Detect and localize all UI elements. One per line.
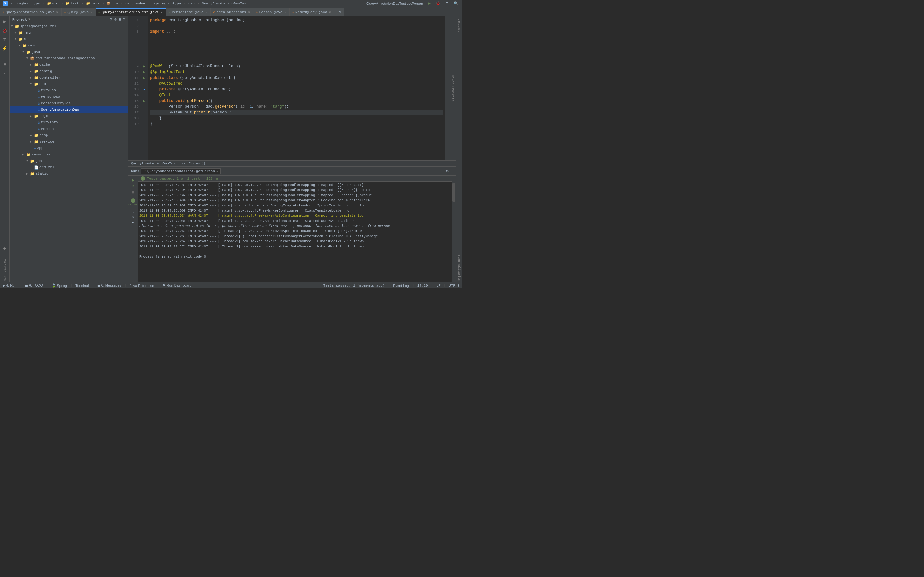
gutter-15[interactable]: ▶ [141,98,148,104]
code-editor[interactable]: package com.tangbaobao.springbootjpa.dao… [148,16,445,160]
code-line-12: @Autowired [150,81,443,87]
hierarchy-icon-btn[interactable]: ⋮ [1,69,9,77]
tree-item-springbootjpa-xml[interactable]: ▼📁springbootjpa.xml [10,23,128,29]
debug-button[interactable]: 🐞 [435,1,441,6]
tree-item-config[interactable]: ▶📁config [10,68,128,74]
maven-panel[interactable]: Maven Projects [449,16,456,160]
close-panel-btn[interactable]: ✕ [123,17,126,21]
test-pass-badge: ✓ [131,198,136,203]
debug-icon-btn[interactable]: 🐞 [1,26,9,35]
tree-item-orm-xml[interactable]: 📄orm.xml [10,164,128,171]
bean-label[interactable]: Bean Validation [456,253,462,282]
tree-item-cityinfo[interactable]: ☕CityInfo [10,119,128,126]
tab-close-btn-3[interactable]: ✕ [160,11,163,14]
tree-item-service[interactable]: ▶📁service [10,139,128,145]
todo-btn[interactable]: ☰ 6: TODO [23,284,44,287]
console-minimize-btn[interactable]: – [451,169,453,173]
breadcrumb-class-name: QueryAnnotationDaoTest [131,161,178,165]
scroll-to-end-btn[interactable]: ⤓ [131,210,136,214]
tree-item-citydao[interactable]: ☕CityDao [10,87,128,93]
tab-more[interactable]: +3 [334,8,344,16]
tree-item--mvn[interactable]: ▶📁.mvn [10,29,128,36]
run-icon-btn[interactable]: ▶ [1,17,9,26]
profile-icon-btn[interactable]: ⚡ [1,44,9,53]
tree-icon: 📁 [34,133,39,137]
gutter-10[interactable]: ▶ [141,69,148,75]
tree-item-java[interactable]: ▼📁java [10,49,128,55]
tab-close-btn-4[interactable]: ✕ [205,10,208,14]
run-config-selector[interactable]: QueryAnnotationDaoTest.getPerson [365,1,424,6]
gutter-13[interactable]: ● [141,87,148,92]
console-settings-btn[interactable]: ⚙ [445,169,449,173]
java-enterprise-btn[interactable]: Java Enterprise [128,284,155,287]
tree-item-queryannotationdao[interactable]: ☕QueryAnnotationDao [10,106,128,113]
console-line: 2018-11-03 23:07:36.934 WARN 42407 --- [… [139,213,451,218]
favorites-icon-btn[interactable]: ★ [1,245,9,253]
tab-vmoptions[interactable]: ⚙ idea.vmoptions ✕ [211,8,254,16]
tab-person-test[interactable]: ☕ PersonTest.java ✕ [166,8,210,16]
tree-item-src[interactable]: ▼📁src [10,36,128,42]
wrap-btn[interactable]: ↵ [131,220,136,225]
breadcrumb-tangbaobao: tangbaobao [125,2,146,5]
run-button[interactable]: ▶ [427,1,432,6]
tab-close-btn-2[interactable]: ✕ [90,10,93,14]
tab-close-btn-7[interactable]: ✕ [328,10,331,14]
tree-item-persondao[interactable]: ☕PersonDao [10,93,128,100]
gear-btn[interactable]: ⚙ [114,17,117,21]
messages-btn[interactable]: ☰ 0: Messages [96,284,123,287]
settings-button[interactable]: ⚙ [444,1,450,6]
gutter-11[interactable]: ▶ [141,75,148,81]
tree-item-app[interactable]: ☕App [10,145,128,151]
terminal-btn[interactable]: Terminal [74,284,90,287]
spring-btn[interactable]: 🍃 Spring [50,284,68,287]
tree-item-main[interactable]: ▼📁main [10,42,128,49]
run-stop-btn[interactable]: ■ [131,189,136,195]
run-tab-close[interactable]: ✕ [216,169,218,173]
run-dashboard-btn[interactable]: ⚑ Run Dashboard [161,284,192,287]
tree-item-cache[interactable]: ▶📁cache [10,61,128,68]
tree-label: main [28,44,36,47]
line-num-16: 16 [128,104,139,110]
tab-close-btn-6[interactable]: ✕ [284,10,286,14]
filter-btn[interactable]: ▽ [131,215,136,219]
tree-icon: 📄 [34,165,39,169]
run-status-btn[interactable]: ▶ 4: Run [1,284,18,287]
run-tab[interactable]: ● QueryAnnotationDaoTest.getPerson ✕ [141,168,221,174]
tree-item-controller[interactable]: ▶📁controller [10,74,128,81]
tab-query-annotation-dao-test[interactable]: ☕ QueryAnnotationDaoTest.java ✕ [96,8,166,16]
editor-scrollbar[interactable] [445,16,449,160]
tree-item-com-tangbaobao-springbootjpa[interactable]: ▼📦com.tangbaobao.springbootjpa [10,55,128,61]
database-label[interactable]: Database [456,17,462,34]
gutter-9[interactable]: ▶ [141,63,148,69]
run-rerun-btn[interactable]: ⟳ [131,184,135,189]
structure-icon-btn[interactable]: ≡ [1,60,9,69]
tree-item-person[interactable]: ☕Person [10,126,128,132]
tree-arrow: ▼ [30,82,34,85]
console-line: 2018-11-03 23:07:36.197 INFO 42407 --- [… [139,193,451,198]
tab-label: QueryAnnotationDao.java [6,10,55,14]
tree-icon: ☕ [38,95,40,99]
coverage-icon-btn[interactable]: ☂ [1,35,9,44]
tree-item-pojo[interactable]: ▶📁pojo [10,113,128,119]
tab-close-btn[interactable]: ✕ [56,10,59,14]
sync-btn[interactable]: ⟳ [110,17,113,21]
search-button[interactable]: 🔍 [452,1,459,6]
spring-icon: 🍃 [51,284,56,287]
tab-named-query[interactable]: ☕ NamedQuery.java ✕ [290,8,334,16]
console-scrollbar[interactable] [452,176,456,282]
event-log-btn[interactable]: Event Log [392,284,410,287]
console-line: 2018-11-03 23:07:37.262 INFO 42407 --- [… [139,229,451,234]
tree-item-jpa[interactable]: ▼📁jpa [10,158,128,164]
tab-query-annotation-dao[interactable]: ☕ QueryAnnotationDao.java ✕ [0,8,61,16]
expand-btn[interactable]: ⊞ [118,17,121,21]
tree-item-personqueryids[interactable]: ☕PersonQueryIds [10,100,128,106]
tree-item-dao[interactable]: ▼📁dao [10,81,128,87]
tab-close-btn-5[interactable]: ✕ [247,10,250,14]
tree-item-resp[interactable]: ▶📁resp [10,132,128,139]
breadcrumb-java: 📁 java [86,2,99,5]
tree-item-static[interactable]: ▶📁static [10,171,128,177]
tree-item-resources[interactable]: ▶📁resources [10,151,128,158]
tab-query[interactable]: ☕ Query.java ✕ [61,8,95,16]
tab-person[interactable]: ☕ Person.java ✕ [254,8,290,16]
run-play-btn[interactable]: ▶ [130,177,136,183]
